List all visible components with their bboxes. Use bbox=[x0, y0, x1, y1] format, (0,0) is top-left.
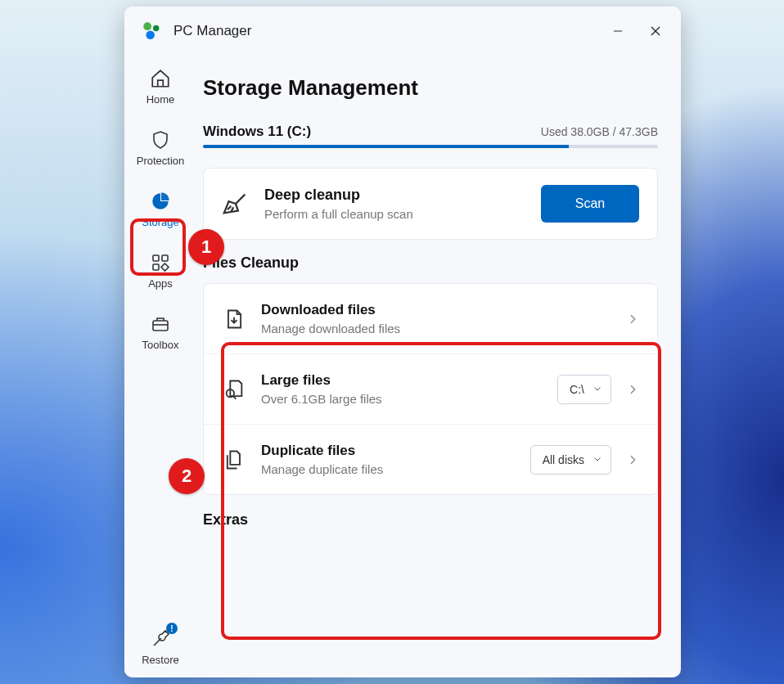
svg-point-0 bbox=[143, 22, 151, 30]
svg-rect-7 bbox=[162, 255, 168, 261]
disk-select-value: All disks bbox=[543, 453, 584, 466]
download-file-icon bbox=[222, 307, 246, 331]
sidebar-item-apps[interactable]: Apps bbox=[132, 248, 189, 293]
extras-heading: Extras bbox=[203, 511, 658, 529]
svg-point-2 bbox=[146, 30, 155, 38]
large-files-title: Large files bbox=[261, 372, 543, 389]
duplicate-files-subtitle: Manage duplicate files bbox=[261, 462, 516, 476]
drive-usage-bar-fill bbox=[203, 145, 569, 148]
minimize-button[interactable] bbox=[599, 15, 637, 47]
large-files-size: 6.1GB bbox=[291, 392, 327, 406]
broom-icon bbox=[222, 190, 250, 218]
duplicate-files-disk-select[interactable]: All disks bbox=[530, 445, 611, 475]
files-cleanup-list: Downloaded files Manage downloaded files… bbox=[203, 283, 658, 495]
scan-button[interactable]: Scan bbox=[541, 185, 639, 223]
sidebar-item-restore[interactable]: ! Restore bbox=[132, 624, 189, 669]
deep-cleanup-card: Deep cleanup Perform a full cleanup scan… bbox=[203, 168, 658, 240]
app-title: PC Manager bbox=[173, 23, 599, 39]
search-file-icon bbox=[222, 377, 246, 402]
large-files-disk-select[interactable]: C:\ bbox=[557, 375, 611, 404]
home-icon bbox=[149, 67, 172, 90]
app-window: PC Manager Home Protection bbox=[124, 7, 681, 677]
disk-select-value: C:\ bbox=[570, 383, 584, 396]
sidebar-item-label: Protection bbox=[137, 155, 185, 167]
svg-rect-6 bbox=[153, 255, 159, 261]
sidebar-item-toolbox[interactable]: Toolbox bbox=[132, 309, 189, 354]
chevron-down-icon bbox=[593, 453, 602, 466]
duplicate-files-title: Duplicate files bbox=[261, 443, 516, 459]
chevron-down-icon bbox=[593, 383, 602, 396]
sidebar: Home Protection Storage Apps bbox=[124, 56, 196, 677]
drive-name: Windows 11 (C:) bbox=[203, 124, 311, 140]
files-cleanup-heading: Files Cleanup bbox=[203, 254, 658, 272]
downloaded-files-title: Downloaded files bbox=[261, 302, 611, 318]
chevron-right-icon bbox=[626, 383, 639, 396]
downloaded-files-row[interactable]: Downloaded files Manage downloaded files bbox=[204, 284, 657, 354]
sidebar-item-storage[interactable]: Storage bbox=[132, 187, 189, 232]
sidebar-item-label: Apps bbox=[148, 277, 173, 290]
chevron-right-icon bbox=[626, 313, 639, 326]
toolbox-icon bbox=[149, 313, 172, 335]
app-logo-icon bbox=[141, 20, 164, 43]
deep-cleanup-subtitle: Perform a full cleanup scan bbox=[264, 207, 526, 221]
drive-usage-bar bbox=[203, 145, 658, 148]
sidebar-item-label: Home bbox=[146, 93, 175, 106]
svg-rect-9 bbox=[153, 321, 168, 331]
duplicate-files-icon bbox=[222, 448, 246, 472]
titlebar: PC Manager bbox=[124, 7, 681, 56]
large-files-sub-prefix: Over bbox=[261, 392, 291, 406]
duplicate-files-row[interactable]: Duplicate files Manage duplicate files A… bbox=[204, 425, 657, 494]
sidebar-item-home[interactable]: Home bbox=[132, 64, 189, 109]
drive-usage: Used 38.0GB / 47.3GB bbox=[541, 125, 658, 138]
sidebar-item-label: Storage bbox=[142, 216, 179, 228]
sidebar-item-protection[interactable]: Protection bbox=[132, 125, 189, 170]
svg-line-11 bbox=[228, 206, 231, 209]
downloaded-files-subtitle: Manage downloaded files bbox=[261, 322, 611, 335]
svg-point-1 bbox=[153, 25, 159, 31]
alert-badge-icon: ! bbox=[166, 623, 178, 634]
page-title: Storage Management bbox=[203, 75, 658, 101]
sidebar-item-label: Toolbox bbox=[142, 339, 179, 351]
shield-icon bbox=[149, 128, 172, 151]
deep-cleanup-title: Deep cleanup bbox=[264, 187, 526, 204]
large-files-row[interactable]: Large files Over 6.1GB large files C:\ bbox=[204, 354, 657, 425]
sidebar-item-label: Restore bbox=[142, 654, 179, 666]
large-files-sub-suffix: large files bbox=[326, 392, 381, 406]
pie-chart-icon bbox=[149, 190, 172, 213]
apps-icon bbox=[149, 251, 172, 274]
main-content: Storage Management Windows 11 (C:) Used … bbox=[196, 56, 681, 677]
close-button[interactable] bbox=[637, 15, 674, 47]
drive-summary: Windows 11 (C:) Used 38.0GB / 47.3GB bbox=[203, 124, 658, 140]
large-files-subtitle: Over 6.1GB large files bbox=[261, 392, 543, 406]
svg-rect-8 bbox=[153, 264, 159, 270]
chevron-right-icon bbox=[626, 453, 639, 466]
